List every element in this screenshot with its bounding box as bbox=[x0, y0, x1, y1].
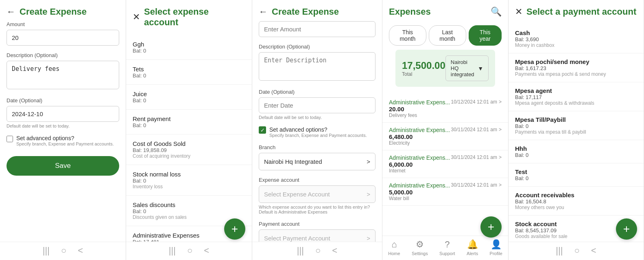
filter-last-month[interactable]: Last month bbox=[429, 25, 466, 46]
desc-group-3: Description (Optional) bbox=[259, 44, 375, 82]
close-icon-5[interactable]: ✕ bbox=[515, 7, 522, 17]
payment-account-label: Payment account bbox=[259, 221, 375, 227]
expense-account-selector[interactable]: Select Expense Account > bbox=[259, 185, 375, 203]
payment-item-name: Test bbox=[515, 168, 637, 175]
branch-select[interactable]: Nairobi HQ integrated ▼ bbox=[445, 55, 489, 81]
search-icon-wrap[interactable]: 🔍 bbox=[491, 7, 502, 17]
create-expense-panel: ← Create Expense Amount Description (Opt… bbox=[0, 0, 126, 260]
payment-item-bal: Bal: 0 bbox=[515, 175, 637, 181]
date-group-3: Date (Optional) Default date will be set… bbox=[259, 89, 375, 120]
payment-item[interactable]: Mpesa pochi/send money Bal: 1,617.23 Pay… bbox=[509, 53, 644, 82]
chevron-right-icon: > bbox=[499, 99, 502, 105]
expense-desc: Delivery fees bbox=[389, 112, 450, 118]
description-input[interactable]: Delivery fees bbox=[7, 61, 119, 89]
account-item-name: Stock normal loss bbox=[133, 171, 245, 178]
add-payment-fab[interactable]: + bbox=[616, 218, 637, 240]
select-payment-panel: ✕ Select a payment account Cash Bal: 3,6… bbox=[509, 0, 644, 260]
account-item-desc: Cost of acquiring inventory bbox=[133, 153, 245, 159]
total-section: 17,500.00 Total Nairobi HQ integrated ▼ bbox=[382, 50, 508, 95]
advanced-label-3: Set advanced options? bbox=[269, 126, 367, 133]
expenses-list: Administrative Expens... 20.00 Delivery … bbox=[382, 95, 508, 236]
account-item[interactable]: Rent payment Bal: 0 bbox=[126, 110, 252, 134]
payment-item[interactable]: Account receivables Bal: 16,504.8 Money … bbox=[509, 187, 644, 216]
total-left: 17,500.00 Total bbox=[402, 60, 445, 77]
bottom-bar-circle3: ○ bbox=[315, 245, 321, 256]
advanced-checkbox[interactable] bbox=[7, 136, 13, 142]
panel1-bottom-bar: ||| ○ < bbox=[0, 242, 126, 260]
account-item[interactable]: Tets Bal: 0 bbox=[126, 60, 252, 85]
panel5-title: Select a payment account bbox=[526, 7, 636, 17]
nav-icon-alerts: 🔔 bbox=[467, 239, 478, 250]
total-card: 17,500.00 Total Nairobi HQ integrated ▼ bbox=[395, 50, 495, 87]
account-item[interactable]: Cost of Goods Sold Bal: 19,858.09 Cost o… bbox=[126, 134, 252, 165]
expense-desc: Internet bbox=[389, 168, 450, 174]
save-button[interactable]: Save bbox=[7, 156, 119, 176]
account-item[interactable]: Ggh Bal: 0 bbox=[126, 35, 252, 60]
amount-input[interactable] bbox=[7, 30, 119, 46]
date-hint: Default date will be set to today. bbox=[7, 123, 119, 128]
add-expense-fab[interactable]: + bbox=[480, 216, 502, 238]
payment-item-bal: Bal: 17,117 bbox=[515, 94, 637, 100]
total-amount: 17,500.00 bbox=[402, 60, 445, 71]
nav-item-support[interactable]: ? Support bbox=[439, 239, 455, 256]
nav-item-alerts[interactable]: 🔔 Alerts bbox=[467, 239, 478, 256]
expense-item[interactable]: Administrative Expens... 6,480.00 Electr… bbox=[382, 123, 508, 150]
payment-item-desc: Money others owe you bbox=[515, 205, 637, 210]
add-account-fab[interactable]: + bbox=[224, 218, 245, 240]
back-icon-3[interactable]: ← bbox=[259, 7, 268, 17]
nav-item-home[interactable]: ⌂ Home bbox=[388, 239, 400, 256]
expense-title: Administrative Expens... bbox=[389, 127, 450, 133]
advanced-sublabel-3: Specify branch, Expense and Payment acco… bbox=[269, 133, 367, 138]
close-icon[interactable]: ✕ bbox=[133, 12, 140, 22]
account-item[interactable]: Juice Bal: 0 bbox=[126, 85, 252, 110]
nav-bar: ⌂ Home⚙ Settings? Support🔔 Alerts👤 Profi… bbox=[382, 236, 508, 260]
expense-item[interactable]: Administrative Expens... 20.00 Delivery … bbox=[382, 95, 508, 123]
branch-label: Branch bbox=[259, 144, 375, 150]
account-item-name: Juice bbox=[133, 90, 245, 97]
nav-label-profile: Profile bbox=[490, 251, 502, 256]
payment-item[interactable]: Mpesa Till/Paybill Bal: 0 Payments via m… bbox=[509, 111, 644, 140]
payment-item[interactable]: Test Bal: 0 bbox=[509, 163, 644, 187]
filter-this-month[interactable]: This month bbox=[389, 25, 426, 46]
nav-item-profile[interactable]: 👤 Profile bbox=[490, 239, 502, 256]
panel3-title: Create Expense bbox=[272, 7, 339, 17]
account-item-name: Cost of Goods Sold bbox=[133, 140, 245, 147]
expense-item[interactable]: Administrative Expens... 5,000.00 Water … bbox=[382, 178, 508, 206]
panel3-body: Description (Optional) Date (Optional) D… bbox=[252, 21, 382, 242]
account-item-bal: Bal: 17,481 bbox=[133, 239, 245, 242]
expense-right: 30/11/2024 12:01 am > bbox=[451, 154, 502, 160]
account-item-bal: Bal: 0 bbox=[133, 97, 245, 104]
nav-icon-support: ? bbox=[445, 239, 450, 250]
payment-item-bal: Bal: 0 bbox=[515, 123, 637, 129]
payment-item-bal: Bal: 3,690 bbox=[515, 36, 637, 42]
account-item-bal: Bal: 19,858.09 bbox=[133, 147, 245, 153]
back-icon[interactable]: ← bbox=[7, 7, 15, 17]
panel1-body: Amount Description (Optional) Delivery f… bbox=[0, 21, 126, 242]
date-input-3[interactable] bbox=[259, 97, 375, 113]
advanced-options-row: Set advanced options? Specify branch, Ex… bbox=[7, 135, 119, 146]
filter-this-year[interactable]: This year bbox=[469, 25, 502, 46]
amount-input-3[interactable] bbox=[259, 21, 375, 37]
nav-label-home: Home bbox=[388, 251, 400, 256]
bottom-bar-chevron3: < bbox=[332, 245, 337, 256]
payment-item-desc: Money in cashbox bbox=[515, 42, 637, 48]
branch-selector[interactable]: Nairobi Hq Integrated > bbox=[259, 153, 375, 170]
payment-item[interactable]: Mpesa agent Bal: 17,117 Mpesa agent depo… bbox=[509, 82, 644, 111]
account-item[interactable]: Stock normal loss Bal: 0 Inventory loss bbox=[126, 165, 252, 196]
date-input[interactable] bbox=[7, 106, 119, 122]
advanced-checkbox-3[interactable]: ✓ bbox=[259, 126, 266, 134]
chevron-right-icon: > bbox=[499, 154, 502, 160]
expense-item[interactable]: Administrative Expens... 6,000.00 Intern… bbox=[382, 150, 508, 178]
payment-item-name: Hhh bbox=[515, 145, 637, 152]
advanced-row-3: ✓ Set advanced options? Specify branch, … bbox=[259, 126, 375, 138]
desc-input-3[interactable] bbox=[259, 52, 375, 81]
nav-icon-profile: 👤 bbox=[491, 239, 502, 250]
create-expense-advanced-panel: ← Create Expense Description (Optional) … bbox=[252, 0, 382, 260]
panel4-header: Expenses 🔍 bbox=[382, 0, 508, 21]
payment-account-selector[interactable]: Select Payment Account > bbox=[259, 229, 375, 242]
bottom-bar-lines: ||| bbox=[43, 245, 50, 256]
bottom-bar-circle: ○ bbox=[61, 245, 66, 256]
payment-item[interactable]: Hhh Bal: 0 bbox=[509, 140, 644, 163]
nav-item-settings[interactable]: ⚙ Settings bbox=[412, 239, 428, 256]
payment-item[interactable]: Cash Bal: 3,690 Money in cashbox bbox=[509, 24, 644, 53]
